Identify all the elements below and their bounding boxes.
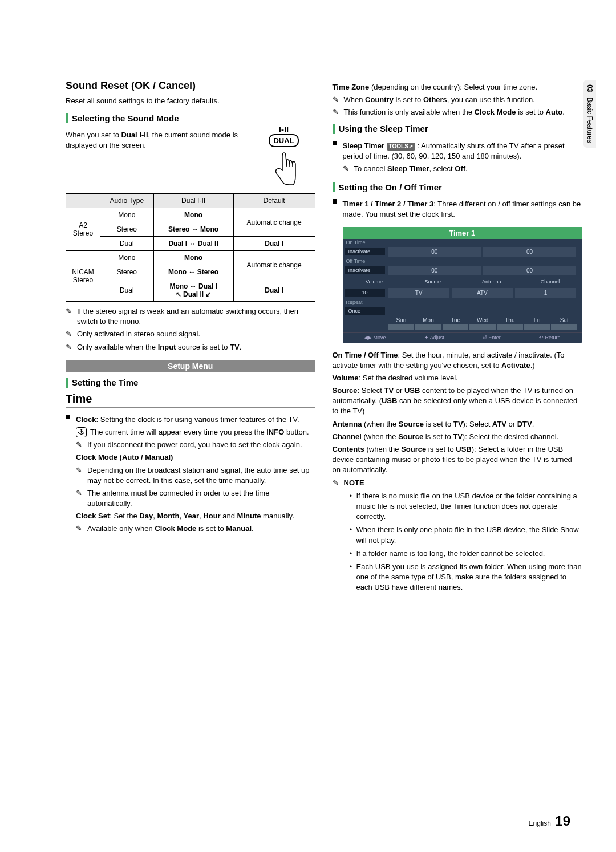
- panel-days: SunMonTueWedThuFriSat: [343, 316, 582, 332]
- select-mode-desc: When you set to Dual I-II, the current s…: [66, 130, 247, 186]
- note-item: ✎This function is only available when th…: [333, 107, 582, 117]
- page-footer: English 19: [529, 813, 570, 829]
- note-bullet: If there is no music file on the USB dev…: [350, 491, 582, 522]
- subhead-text: Setting the On / Off Timer: [339, 182, 442, 192]
- note-item: ✎If you disconnect the power cord, you h…: [76, 440, 315, 450]
- dual-mode-table: Audio Type Dual I-II Default A2 Stereo M…: [66, 193, 315, 302]
- cell: Automatic change: [233, 251, 315, 279]
- notes-list: If there is no music file on the USB dev…: [333, 491, 582, 593]
- note-item: ✎Only available when the Input source is…: [66, 342, 315, 352]
- note-icon: ✎: [66, 342, 74, 352]
- square-bullet-icon: [66, 415, 70, 419]
- note-header: ✎NOTE: [333, 478, 582, 488]
- subhead-text: Setting the Time: [72, 378, 138, 387]
- square-bullet-icon: [333, 199, 337, 204]
- cell: Mono ↔ Dual I↖ Dual II ↙: [153, 279, 233, 302]
- note-item: ✎When Country is set to Others, you can …: [333, 95, 582, 105]
- cell: Mono: [100, 251, 154, 265]
- note-item: ✎Depending on the broadcast station and …: [76, 465, 315, 486]
- note-icon: ✎: [66, 329, 74, 339]
- note-bullet: Each USB you use is assigned its own fol…: [350, 562, 582, 593]
- bullet-sleep: Sleep Timer TOOLS↗ : Automatically shuts…: [333, 139, 582, 177]
- note-icon: ✎: [66, 306, 74, 327]
- panel-label: On Time: [343, 239, 582, 246]
- cell: Stereo: [100, 265, 154, 279]
- panel-day: Wed: [469, 317, 496, 330]
- rule-line: [432, 132, 582, 132]
- panel-cell: 00: [388, 266, 481, 275]
- footer-lang: English: [529, 819, 551, 827]
- note-item: ✎Only activated in stereo sound signal.: [66, 329, 315, 339]
- subhead-text: Selecting the Sound Mode: [72, 113, 179, 123]
- note-icon: ✎: [333, 478, 341, 488]
- note-icon: ✎: [76, 488, 84, 509]
- remote-top-label: I-II: [253, 124, 315, 134]
- tools-badge-icon: TOOLS↗: [387, 143, 415, 151]
- panel-cell: 00: [388, 247, 481, 257]
- chapter-number: 03: [586, 84, 594, 92]
- note-item: 🕹The current time will appear every time…: [76, 427, 315, 437]
- th-audio-type: Audio Type: [100, 194, 154, 208]
- bullet-onoff: Timer 1 / Timer 2 / Timer 3: Three diffe…: [333, 197, 582, 222]
- note-icon: ✎: [333, 95, 341, 105]
- note-item: ✎The antenna must be connected in order …: [76, 488, 315, 509]
- cell: Mono ↔ Stereo: [153, 265, 233, 279]
- panel-header: Antenna: [462, 278, 521, 286]
- panel-header: Source: [403, 278, 462, 286]
- panel-day: Thu: [497, 317, 523, 330]
- note-icon: ✎: [76, 524, 84, 534]
- hand-icon: [253, 147, 315, 189]
- para-antenna: Antenna (when the Source is set to TV): …: [333, 419, 582, 429]
- dual-button-icon: DUAL: [269, 134, 298, 147]
- rule-line: [183, 121, 315, 121]
- cell: Mono: [153, 208, 233, 222]
- para-channel: Channel (when the Source is set to TV): …: [333, 432, 582, 442]
- panel-day: Mon: [415, 317, 441, 330]
- panel-cell: TV: [388, 288, 449, 298]
- cell: Dual: [100, 279, 154, 302]
- page-columns: Sound Reset (OK / Cancel) Reset all soun…: [66, 80, 582, 595]
- note-icon: ✎: [343, 164, 351, 174]
- desc-sound-reset: Reset all sound settings to the factory …: [66, 96, 315, 105]
- panel-day: Sat: [551, 317, 577, 330]
- cell: Mono: [153, 251, 233, 265]
- accent-bar-icon: [333, 182, 335, 192]
- cell: Dual I: [233, 237, 315, 251]
- tz-desc: Time Zone (depending on the country): Se…: [333, 82, 582, 92]
- panel-header: Volume: [345, 278, 404, 286]
- row-nicam: NICAM Stereo: [66, 251, 100, 302]
- panel-footer: ◀▶ Move ✦ Adjust ⏎ Enter ↶ Return: [343, 332, 582, 341]
- rule-line: [445, 190, 582, 190]
- page-number: 19: [555, 813, 570, 829]
- note-icon: ✎: [76, 440, 84, 450]
- panel-cell: Inactivate: [345, 266, 385, 274]
- note-bullet: When there is only one photo file in the…: [350, 525, 582, 545]
- para-source: Source: Select TV or USB content to be p…: [333, 386, 582, 417]
- remote-illustration: I-II DUAL: [253, 124, 315, 189]
- panel-label: Off Time: [343, 258, 582, 265]
- note-item: ✎Available only when Clock Mode is set t…: [76, 524, 315, 534]
- note-bullet: If a folder name is too long, the folder…: [350, 549, 582, 559]
- panel-cell: 00: [483, 266, 576, 275]
- panel-cell: 00: [483, 247, 576, 257]
- note-icon: ✎: [76, 465, 84, 486]
- cell: Automatic change: [233, 208, 315, 237]
- subhead-text: Using the Sleep Timer: [339, 124, 428, 133]
- panel-day: Sun: [388, 317, 415, 330]
- cell: Mono: [100, 208, 154, 222]
- para-volume: Volume: Set the desired volume level.: [333, 373, 582, 383]
- heading-time: Time: [66, 392, 315, 408]
- note-icon: ✎: [333, 107, 341, 117]
- panel-header: Channel: [521, 278, 579, 286]
- panel-day: Fri: [524, 317, 550, 330]
- accent-bar-icon: [66, 113, 68, 123]
- panel-label: Repeat: [343, 299, 582, 306]
- panel-cell: 1: [515, 288, 576, 298]
- cell: Stereo: [100, 222, 154, 237]
- cell: Dual: [100, 237, 154, 251]
- bullet-clock: Clock: Setting the clock is for using va…: [66, 412, 315, 537]
- setup-menu-banner: Setup Menu: [66, 360, 315, 372]
- panel-cell: Inactivate: [345, 248, 385, 255]
- th-dual: Dual I-II: [153, 194, 233, 208]
- side-tab: 03 Basic Features: [583, 80, 596, 148]
